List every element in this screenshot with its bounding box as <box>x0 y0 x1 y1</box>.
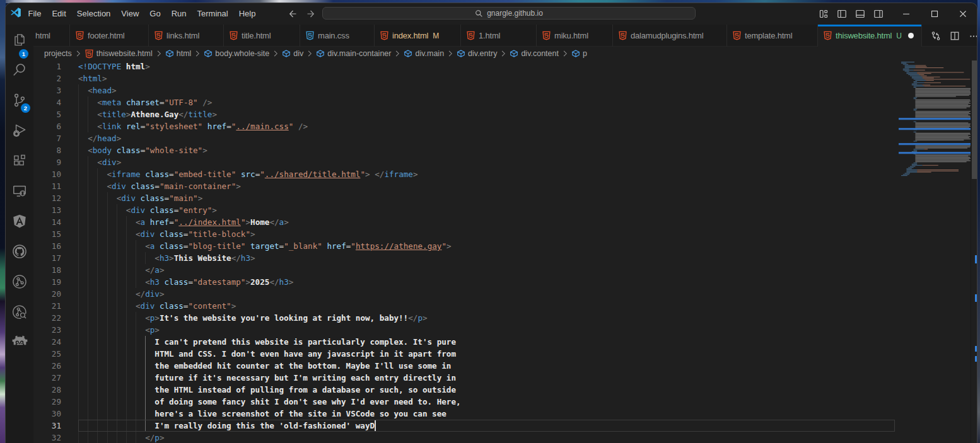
back-arrow-icon[interactable] <box>286 7 300 21</box>
breadcrumb-item[interactable]: div.entry <box>457 49 497 58</box>
code-line-18[interactable]: 18 </a> <box>33 264 866 276</box>
tab-index.html[interactable]: index.htmlM <box>375 25 461 47</box>
code-line-22[interactable]: 22 <p>It's the website you're looking at… <box>33 312 866 324</box>
code-line-8[interactable]: 8 <body class="whole-site"> <box>33 144 866 156</box>
line-number: 5 <box>33 108 61 120</box>
code-line-28[interactable]: 28 the HTML instead of pulling from a da… <box>33 384 866 396</box>
breadcrumb-item[interactable]: body.whole-site <box>204 49 269 58</box>
activity-explorer[interactable]: 1 <box>6 25 33 55</box>
menu-edit[interactable]: Edit <box>47 6 71 22</box>
breadcrumb-item[interactable]: div.content <box>510 49 559 58</box>
tab-links.html[interactable]: links.html <box>149 25 224 47</box>
code-line-10[interactable]: 10 <iframe class="embed-title" src="../s… <box>33 168 866 180</box>
activity-extensions[interactable] <box>6 146 33 176</box>
line-number: 27 <box>33 372 61 384</box>
code-line-9[interactable]: 9 <div> <box>33 156 866 168</box>
menu-terminal[interactable]: Terminal <box>192 6 233 22</box>
activity-remote-explorer[interactable] <box>6 176 33 206</box>
menu-file[interactable]: File <box>23 6 47 22</box>
breadcrumb-item[interactable]: thiswebsite.html <box>85 49 153 59</box>
menu-go[interactable]: Go <box>144 6 166 22</box>
tab-title.html[interactable]: title.html <box>224 25 300 47</box>
breadcrumb-label: div <box>293 49 303 58</box>
maximize-button[interactable] <box>920 3 948 25</box>
breadcrumb-item[interactable]: html <box>165 49 192 58</box>
code-line-1[interactable]: 1<!DOCTYPE html> <box>33 60 866 72</box>
split-editor-icon[interactable] <box>950 31 960 41</box>
activity-godot-tools[interactable] <box>6 327 33 357</box>
code-line-17[interactable]: 17 <h3>This Website</h3> <box>33 252 866 264</box>
close-button[interactable] <box>948 3 977 25</box>
code-line-3[interactable]: 3 <head> <box>33 84 866 96</box>
activity-angular[interactable] <box>6 206 33 236</box>
tab-miku.html[interactable]: miku.html <box>537 25 613 47</box>
toggle-primary-sidebar-icon[interactable] <box>836 8 848 20</box>
breadcrumb-label: div.main-container <box>327 49 391 58</box>
activity-github[interactable] <box>6 236 33 267</box>
more-actions-icon[interactable] <box>969 31 977 41</box>
breadcrumb-item[interactable]: p <box>571 49 587 58</box>
activity-search[interactable] <box>6 55 33 85</box>
code-line-24[interactable]: 24 I can't pretend this website is parti… <box>33 336 866 348</box>
activity-git-graph[interactable] <box>6 267 33 297</box>
tab-1.html[interactable]: 1.html <box>461 25 537 47</box>
code-line-32[interactable]: 32 </p> <box>33 432 866 443</box>
code-line-5[interactable]: 5 <title>Athene.Gay</title> <box>33 108 866 120</box>
menu-help[interactable]: Help <box>233 6 261 22</box>
code-line-12[interactable]: 12 <div class="main"> <box>33 192 866 204</box>
command-center-search[interactable]: gnargle.github.io <box>322 7 696 20</box>
line-number: 3 <box>33 84 61 96</box>
code-line-16[interactable]: 16 <a class="blog-title" target="_blank"… <box>33 240 866 252</box>
minimize-button[interactable] <box>892 3 920 25</box>
line-number: 10 <box>33 168 61 180</box>
code-line-29[interactable]: 29 of doing some fancy shit I don't see … <box>33 396 866 408</box>
code-text: <!DOCTYPE html> <box>78 60 150 72</box>
code-line-19[interactable]: 19 <h3 class="datestamp">2025</h3> <box>33 276 866 288</box>
code-line-7[interactable]: 7 </head> <box>33 132 866 144</box>
code-line-21[interactable]: 21 <div class="content"> <box>33 300 866 312</box>
code-editor[interactable]: 1<!DOCTYPE html>2<html>3 <head>4 <meta c… <box>33 60 977 443</box>
tab-html[interactable]: html <box>33 25 70 47</box>
line-number: 21 <box>33 300 61 312</box>
code-line-6[interactable]: 6 <link rel="stylesheet" href="../main.c… <box>33 120 866 132</box>
tab-main.css[interactable]: main.css <box>300 25 375 47</box>
code-line-13[interactable]: 13 <div class="entry"> <box>33 204 866 216</box>
code-line-31[interactable]: 31 I'm really doing this the 'old-fashio… <box>33 420 866 432</box>
toggle-panel-icon[interactable] <box>854 8 866 20</box>
customize-layout-icon[interactable] <box>817 8 830 20</box>
breadcrumb-item[interactable]: projects <box>44 49 72 58</box>
code-line-23[interactable]: 23 <p> <box>33 324 866 336</box>
code-line-27[interactable]: 27 future if it's necessary but I'm writ… <box>33 372 866 384</box>
forward-arrow-icon[interactable] <box>304 7 318 21</box>
open-changes-icon[interactable] <box>931 31 941 41</box>
activity-source-control[interactable]: 2 <box>6 85 33 115</box>
menu-run[interactable]: Run <box>166 6 192 22</box>
tab-template.html[interactable]: template.html <box>727 25 818 47</box>
unsaved-dot[interactable] <box>908 33 914 38</box>
vertical-scrollbar[interactable] <box>971 60 977 443</box>
activity-run-and-debug[interactable] <box>6 115 33 146</box>
tab-thiswebsite.html[interactable]: thiswebsite.htmlU <box>818 25 922 47</box>
tab-dalamudplugins.html[interactable]: dalamudplugins.html <box>613 25 727 47</box>
tab-footer.html[interactable]: footer.html <box>70 25 149 47</box>
code-line-11[interactable]: 11 <div class="main-container"> <box>33 180 866 192</box>
breadcrumb-item[interactable]: div <box>282 49 303 58</box>
activity-git-history[interactable] <box>6 297 33 327</box>
chevron-right-icon <box>394 50 401 57</box>
menu-selection[interactable]: Selection <box>71 6 115 22</box>
code-line-25[interactable]: 25 HTML and CSS. I don't even have any j… <box>33 348 866 360</box>
breadcrumb-item[interactable]: div.main-container <box>316 49 391 58</box>
code-line-14[interactable]: 14 <a href="../index.html">Home</a> <box>33 216 866 228</box>
breadcrumb-item[interactable]: div.main <box>404 49 444 58</box>
code-line-15[interactable]: 15 <div class="title-block"> <box>33 228 866 240</box>
scrollbar-slider[interactable] <box>972 60 977 179</box>
code-text: of doing some fancy shit I don't see why… <box>78 396 461 408</box>
code-line-2[interactable]: 2<html> <box>33 72 866 84</box>
code-line-26[interactable]: 26 the embedded hit counter at the botto… <box>33 360 866 372</box>
code-line-20[interactable]: 20 </div> <box>33 288 866 300</box>
code-line-4[interactable]: 4 <meta charset="UTF-8" /> <box>33 96 866 108</box>
menu-view[interactable]: View <box>116 6 144 22</box>
minimap[interactable] <box>899 60 971 443</box>
code-line-30[interactable]: 30 here's a live screenshot of the site … <box>33 408 866 420</box>
toggle-secondary-sidebar-icon[interactable] <box>872 8 885 20</box>
